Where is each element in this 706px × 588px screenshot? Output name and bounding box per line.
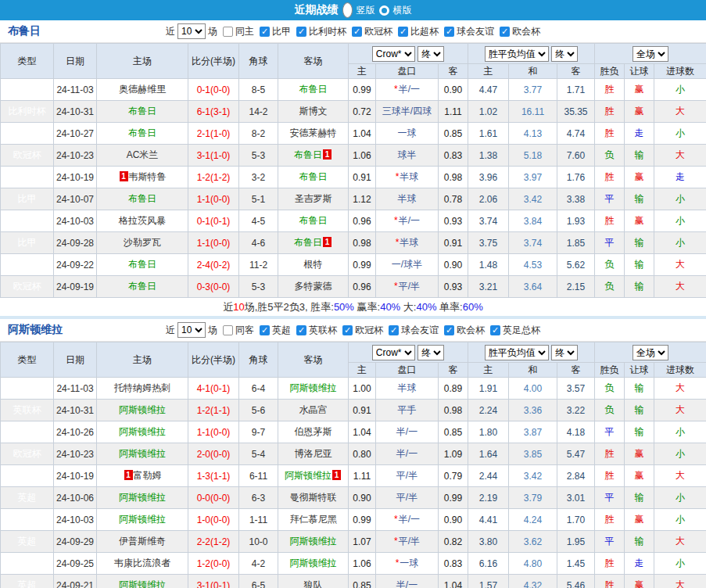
league-filter-checkbox[interactable]: ✓ bbox=[444, 27, 454, 37]
home-win-odds: 1.61 bbox=[468, 123, 509, 145]
league-filter-checkbox[interactable]: ✓ bbox=[500, 27, 510, 37]
scope-select[interactable]: 全场 bbox=[633, 46, 668, 62]
horizontal-layout-radio[interactable] bbox=[379, 5, 389, 16]
team-link[interactable]: 阿斯顿维拉 bbox=[119, 404, 166, 415]
handicap-result-cell: 输 bbox=[625, 400, 654, 421]
team-link[interactable]: 阿斯顿维拉 bbox=[290, 382, 337, 393]
team-link[interactable]: 布鲁日 bbox=[128, 193, 156, 204]
team-link[interactable]: 圣吉罗斯 bbox=[295, 193, 332, 204]
team-link[interactable]: 布鲁日 bbox=[128, 127, 156, 138]
goals-result-cell: 大 bbox=[654, 575, 706, 588]
recent-count-select[interactable]: 10 bbox=[177, 322, 206, 338]
corners-cell: 5-3 bbox=[239, 145, 278, 167]
match-row: 比利时杯24-10-31布鲁日6-1(3-1)14-2斯博文0.72三球半/四球… bbox=[1, 101, 706, 123]
team-name[interactable]: 布鲁日 bbox=[8, 24, 41, 38]
team-link[interactable]: 伯恩茅斯 bbox=[295, 426, 332, 437]
column-header: 客场 bbox=[278, 342, 349, 378]
home-win-odds: 3.75 bbox=[468, 232, 509, 254]
team-link[interactable]: 阿斯顿维拉 bbox=[119, 492, 166, 503]
league-filter-checkbox[interactable]: ✓ bbox=[260, 27, 270, 37]
away-win-odds: 1.93 bbox=[557, 210, 595, 232]
league-filter-checkbox[interactable]: ✓ bbox=[444, 325, 454, 335]
league-filter-checkbox[interactable]: ✓ bbox=[398, 27, 408, 37]
team-link[interactable]: 布鲁日 bbox=[294, 149, 322, 160]
match-date: 24-11-03 bbox=[54, 79, 97, 101]
team-link[interactable]: 布鲁日 bbox=[299, 215, 328, 226]
home-team-cell: 1韦斯特鲁 bbox=[97, 167, 188, 188]
team-link[interactable]: 格拉茨风暴 bbox=[119, 215, 166, 226]
away-handicap-odds: 0.98 bbox=[439, 167, 468, 188]
team-link[interactable]: 狼队 bbox=[304, 579, 323, 588]
team-link[interactable]: 斯博文 bbox=[299, 106, 328, 117]
away-handicap-odds: 1.09 bbox=[439, 443, 468, 465]
team-link[interactable]: 阿斯顿维拉 bbox=[290, 558, 337, 568]
handicap-result-cell: 赢 bbox=[625, 101, 654, 123]
home-handicap-odds: 1.04 bbox=[349, 421, 376, 443]
away-win-odds: 1.85 bbox=[557, 232, 595, 254]
final-select[interactable]: 终 bbox=[418, 46, 444, 62]
team-link[interactable]: 安德莱赫特 bbox=[290, 127, 337, 138]
league-filter-checkbox[interactable]: ✓ bbox=[389, 325, 399, 335]
team-link[interactable]: 阿斯顿维拉 bbox=[119, 448, 166, 459]
team-link[interactable]: 根特 bbox=[304, 259, 323, 270]
score-cell: 1-2(0-0) bbox=[188, 553, 239, 575]
team-link[interactable]: 韦斯特鲁 bbox=[129, 171, 167, 182]
team-link[interactable]: 布鲁日 bbox=[294, 237, 322, 248]
full-time-score: 3-1 bbox=[197, 150, 210, 161]
same-venue-checkbox[interactable] bbox=[223, 325, 233, 335]
final-select[interactable]: 终 bbox=[418, 345, 444, 360]
home-team-cell: 阿斯顿维拉 bbox=[97, 421, 188, 443]
team-link[interactable]: 阿斯顿维拉 bbox=[119, 426, 166, 437]
sub-column-header: 客 bbox=[439, 64, 468, 79]
column-header: 角球 bbox=[239, 342, 278, 378]
team-link[interactable]: 布鲁日 bbox=[128, 106, 156, 117]
final-select-2[interactable]: 终 bbox=[551, 345, 578, 360]
recent-count-select[interactable]: 10 bbox=[177, 23, 206, 39]
team-link[interactable]: 水晶宫 bbox=[299, 404, 328, 415]
team-link[interactable]: 富勒姆 bbox=[134, 470, 162, 481]
final-select-2[interactable]: 终 bbox=[551, 46, 578, 62]
star-marker: * bbox=[394, 536, 398, 547]
handicap-line: *半球 bbox=[376, 232, 439, 254]
team-link[interactable]: 托特纳姆热刺 bbox=[114, 382, 170, 393]
league-badge: 欧冠杯 bbox=[1, 276, 54, 298]
team-link[interactable]: 伊普斯维奇 bbox=[119, 536, 166, 547]
avg-odds-select[interactable]: 胜平负均值 bbox=[485, 345, 549, 360]
team-link[interactable]: 布鲁日 bbox=[128, 281, 156, 292]
sub-column-header: 主 bbox=[468, 64, 509, 79]
team-link[interactable]: 拜仁慕尼黑 bbox=[290, 514, 337, 525]
team-link[interactable]: 阿斯顿维拉 bbox=[119, 579, 166, 588]
corners-cell: 10-0 bbox=[239, 531, 278, 553]
league-filter-checkbox[interactable]: ✓ bbox=[342, 325, 353, 335]
team-link[interactable]: 沙勒罗瓦 bbox=[124, 237, 161, 248]
team-link[interactable]: AC米兰 bbox=[127, 149, 159, 160]
team-link[interactable]: 多特蒙德 bbox=[295, 281, 332, 292]
team-link[interactable]: 布鲁日 bbox=[128, 259, 156, 270]
vertical-layout-radio[interactable] bbox=[342, 2, 353, 18]
team-link[interactable]: 奥德赫维里 bbox=[119, 84, 166, 95]
league-filter-checkbox[interactable]: ✓ bbox=[490, 325, 500, 335]
team-link[interactable]: 阿斯顿维拉 bbox=[119, 514, 166, 525]
same-venue-checkbox[interactable] bbox=[223, 27, 233, 37]
scope-select[interactable]: 全场 bbox=[633, 345, 668, 360]
league-filter-checkbox[interactable]: ✓ bbox=[296, 325, 306, 335]
away-team-cell: 斯博文 bbox=[278, 101, 349, 123]
match-date: 24-10-23 bbox=[54, 145, 97, 167]
team-link[interactable]: 布鲁日 bbox=[299, 84, 328, 95]
summary-segment: 大: bbox=[400, 301, 416, 313]
handicap-line: 平/半 bbox=[376, 465, 439, 487]
company-select[interactable]: Crow* bbox=[372, 345, 415, 360]
league-filter-checkbox[interactable]: ✓ bbox=[260, 325, 270, 335]
league-filter-checkbox[interactable]: ✓ bbox=[296, 27, 306, 37]
team-link[interactable]: 阿斯顿维拉 bbox=[285, 470, 331, 481]
league-filter-checkbox[interactable]: ✓ bbox=[352, 27, 362, 37]
team-link[interactable]: 韦康比流浪者 bbox=[114, 558, 170, 568]
company-select[interactable]: Crow* bbox=[372, 46, 415, 62]
team-link[interactable]: 阿斯顿维拉 bbox=[290, 536, 337, 547]
team-link[interactable]: 博洛尼亚 bbox=[295, 448, 332, 459]
team-name[interactable]: 阿斯顿维拉 bbox=[8, 323, 63, 337]
avg-odds-select[interactable]: 胜平负均值 bbox=[485, 46, 549, 62]
match-date: 24-10-19 bbox=[54, 465, 97, 487]
team-link[interactable]: 曼彻斯特联 bbox=[290, 492, 337, 503]
team-link[interactable]: 布鲁日 bbox=[299, 171, 328, 182]
